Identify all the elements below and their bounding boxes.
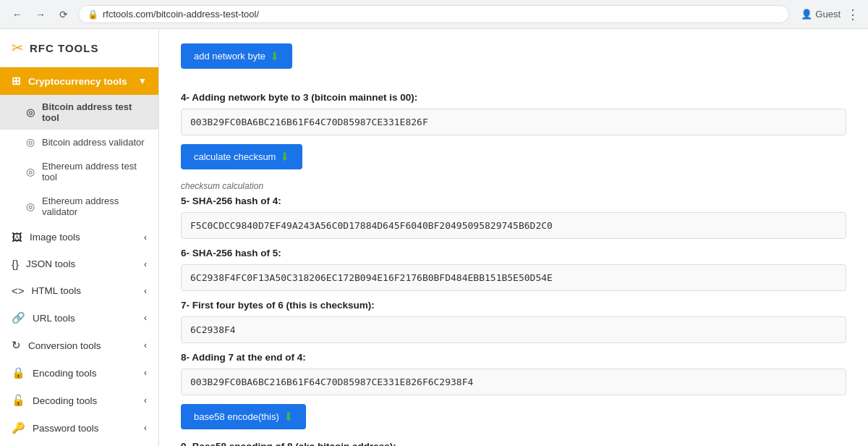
image-icon: 🖼 — [12, 231, 22, 243]
step9-section: 9- Base58 encoding of 8 (aka bitcoin add… — [181, 441, 846, 446]
chevron-right-icon-1: ‹ — [144, 232, 147, 243]
step5-section: 5- SHA-256 hash of 4: — [181, 195, 846, 248]
bitcoin-validator-label: Bitcoin address validator — [42, 137, 145, 148]
add-network-section: add network byte ⬇ — [181, 43, 846, 80]
step6-section: 6- SHA-256 hash of 5: — [181, 248, 846, 300]
down-arrow-icon-1: ⬇ — [270, 49, 279, 63]
step5-label: 5- SHA-256 hash of 4: — [181, 195, 846, 206]
chevron-right-icon-3: ‹ — [144, 286, 147, 296]
sidebar-item-password[interactable]: 🔑 Password tools ‹ — [0, 414, 158, 442]
step6-input[interactable] — [181, 264, 846, 291]
calc-checksum-btn-label: calculate checksum — [194, 151, 276, 162]
browser-menu-button[interactable]: ⋮ — [846, 7, 859, 22]
ethereum-test-label: Ethereum address test tool — [42, 161, 147, 182]
step6-label: 6- SHA-256 hash of 5: — [181, 248, 846, 258]
browser-toolbar: ← → ⟳ 🔒 rfctools.com/bitcoin-address-tes… — [0, 0, 868, 29]
url-label: URL tools — [33, 313, 75, 324]
logo-text: RFC TOOLS — [30, 42, 98, 54]
conversion-icon: ↻ — [12, 339, 21, 352]
chevron-down-icon: ▼ — [138, 76, 147, 86]
sidebar-subitem-ethereum-test[interactable]: ◎ Ethereum address test tool — [0, 154, 158, 189]
step7-section: 7- First four bytes of 6 (this is checks… — [181, 300, 846, 352]
lock-icon: 🔒 — [88, 9, 98, 20]
password-label: Password tools — [33, 423, 99, 434]
step4-label: 4- Adding network byte to 3 (bitcoin mai… — [181, 92, 846, 103]
bitcoin-test-label: Bitcoin address test tool — [42, 101, 147, 123]
sidebar-crypto-label: Cryptocurrency tools — [28, 76, 127, 87]
step7-label: 7- First four bytes of 6 (this is checks… — [181, 300, 846, 311]
back-button[interactable]: ← — [9, 6, 26, 23]
sidebar-item-image[interactable]: 🖼 Image tools ‹ — [0, 224, 158, 251]
url-icon: 🔗 — [12, 311, 25, 324]
circle-icon-3: ◎ — [26, 166, 35, 177]
chevron-right-icon-4: ‹ — [144, 313, 147, 323]
password-icon: 🔑 — [12, 421, 25, 434]
browser-right-controls: 👤 Guest ⋮ — [801, 7, 859, 22]
sidebar-item-decoding[interactable]: 🔓 Decoding tools ‹ — [0, 387, 158, 414]
step4-input[interactable] — [181, 109, 846, 135]
guest-label: Guest — [815, 9, 841, 20]
forward-button[interactable]: → — [32, 6, 49, 23]
sidebar-item-conversion[interactable]: ↻ Conversion tools ‹ — [0, 332, 158, 359]
sidebar-logo: ✂ RFC TOOLS — [0, 29, 158, 67]
sidebar: ✂ RFC TOOLS ⊞ Cryptocurrency tools ▼ ◎ B… — [0, 29, 159, 446]
circle-icon-4: ◎ — [26, 201, 35, 212]
down-arrow-icon-3: ⬇ — [284, 410, 293, 424]
conversion-label: Conversion tools — [28, 340, 101, 351]
step5-input[interactable] — [181, 212, 846, 239]
step8-section: 8- Adding 7 at the end of 4: — [181, 352, 846, 404]
reload-button[interactable]: ⟳ — [55, 6, 72, 23]
down-arrow-icon-2: ⬇ — [280, 150, 289, 164]
sidebar-item-html[interactable]: <> HTML tools ‹ — [0, 277, 158, 304]
logo-icon: ✂ — [12, 39, 24, 56]
ethereum-validator-label: Ethereum address validator — [42, 195, 147, 217]
step7-input[interactable] — [181, 316, 846, 343]
chevron-right-icon-7: ‹ — [144, 395, 147, 405]
sidebar-item-cryptocurrency[interactable]: ⊞ Cryptocurrency tools ▼ — [0, 67, 158, 95]
sidebar-item-dns[interactable]: 🌐 DNS tools ‹ — [0, 442, 158, 446]
step8-label: 8- Adding 7 at the end of 4: — [181, 352, 846, 363]
circle-icon-2: ◎ — [26, 136, 35, 148]
url-text: rfctools.com/bitcoin-address-test-tool/ — [103, 9, 259, 20]
sidebar-item-url[interactable]: 🔗 URL tools ‹ — [0, 304, 158, 332]
decoding-icon: 🔓 — [12, 394, 25, 407]
encoding-label: Encoding tools — [33, 368, 97, 379]
chevron-right-icon-6: ‹ — [144, 368, 147, 378]
encoding-icon: 🔒 — [12, 366, 25, 379]
account-icon: 👤 — [801, 9, 812, 20]
checksum-note: checksum calculation — [181, 181, 846, 191]
html-icon: <> — [12, 285, 25, 297]
base58-btn[interactable]: base58 encode(this) ⬇ — [181, 404, 306, 429]
json-label: JSON tools — [26, 258, 75, 269]
add-network-btn[interactable]: add network byte ⬇ — [181, 43, 292, 69]
app-container: ✂ RFC TOOLS ⊞ Cryptocurrency tools ▼ ◎ B… — [0, 29, 868, 446]
sidebar-subitem-bitcoin-validator[interactable]: ◎ Bitcoin address validator — [0, 130, 158, 154]
guest-button[interactable]: 👤 Guest — [801, 9, 841, 20]
image-label: Image tools — [30, 232, 80, 243]
crypto-icon: ⊞ — [12, 75, 21, 88]
step9-label: 9- Base58 encoding of 8 (aka bitcoin add… — [181, 441, 846, 446]
chevron-right-icon-5: ‹ — [144, 340, 147, 350]
html-label: HTML tools — [32, 285, 82, 296]
circle-icon-1: ◎ — [26, 106, 35, 118]
sidebar-item-json[interactable]: {} JSON tools ‹ — [0, 251, 158, 277]
sidebar-subitem-bitcoin-test[interactable]: ◎ Bitcoin address test tool — [0, 95, 158, 130]
calc-checksum-btn[interactable]: calculate checksum ⬇ — [181, 144, 302, 169]
sidebar-subitem-ethereum-validator[interactable]: ◎ Ethereum address validator — [0, 189, 158, 224]
json-icon: {} — [12, 258, 19, 270]
step8-input[interactable] — [181, 369, 846, 395]
base58-section: base58 encode(this) ⬇ — [181, 404, 846, 441]
sidebar-item-encoding[interactable]: 🔒 Encoding tools ‹ — [0, 359, 158, 387]
step4-section: 4- Adding network byte to 3 (bitcoin mai… — [181, 92, 846, 144]
chevron-right-icon-2: ‹ — [144, 259, 147, 269]
address-bar[interactable]: 🔒 rfctools.com/bitcoin-address-test-tool… — [78, 5, 789, 23]
base58-btn-label: base58 encode(this) — [194, 411, 279, 422]
add-network-btn-label: add network byte — [194, 51, 265, 62]
main-content: add network byte ⬇ 4- Adding network byt… — [159, 29, 868, 446]
calc-checksum-section: calculate checksum ⬇ — [181, 144, 846, 181]
decoding-label: Decoding tools — [33, 395, 97, 406]
chevron-right-icon-8: ‹ — [144, 423, 147, 433]
